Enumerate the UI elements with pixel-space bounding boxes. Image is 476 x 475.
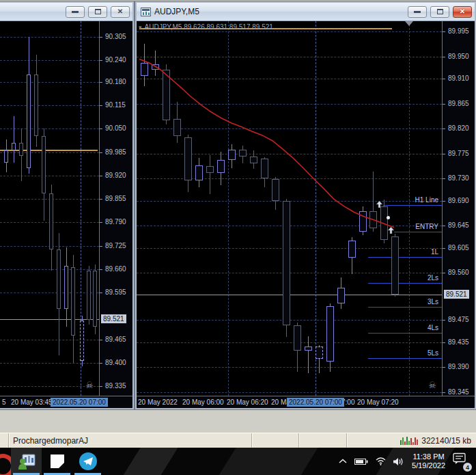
- price-axis-tick: [100, 176, 102, 176]
- account-name: ProchargedmoparAJ: [9, 433, 252, 448]
- price-axis-tick: [443, 31, 445, 32]
- candle-body: [294, 325, 301, 351]
- minimize-button[interactable]: [408, 6, 427, 18]
- candle-body: [12, 143, 16, 150]
- battery-icon[interactable]: [354, 458, 368, 465]
- price-axis-label: 90.240: [105, 56, 126, 64]
- price-axis-tick: [443, 128, 445, 129]
- candle-body: [261, 159, 268, 178]
- price-axis-label: 89.560: [448, 269, 469, 277]
- gridline-horizontal: [137, 128, 442, 129]
- candle-body: [305, 347, 312, 351]
- candle-wick: [155, 51, 156, 76]
- gridline-horizontal: [137, 104, 442, 105]
- price-axis-label: 89.730: [448, 174, 469, 182]
- price-axis-tick: [100, 60, 102, 61]
- left-candlestick-chart[interactable]: ☠: [0, 21, 99, 396]
- candle-body: [337, 288, 345, 303]
- candle-body: [272, 179, 279, 201]
- minimize-icon: [414, 11, 421, 13]
- minimize-button[interactable]: [66, 6, 85, 18]
- candle-body: [184, 137, 192, 180]
- main-candlestick-chart[interactable]: ▾ AUDJPY,M5 89.626 89.631 89.517 89.521 …: [137, 21, 442, 396]
- price-axis-label: 89.335: [105, 382, 126, 390]
- desktop-screen: ✕ ☠ 90.30590.24090.18090.11590.05089.985…: [0, 0, 476, 475]
- price-axis-label: 89.690: [448, 197, 469, 205]
- price-axis-label: 89.605: [448, 244, 469, 252]
- volume-icon[interactable]: [393, 457, 404, 466]
- taskbar-mt4-button[interactable]: [11, 448, 42, 475]
- price-axis-tick: [100, 222, 102, 223]
- trade-arrow-marker: [388, 224, 394, 236]
- action-center-button[interactable]: 4: [453, 452, 469, 470]
- gridline-horizontal: [0, 176, 99, 176]
- candle-wick: [14, 116, 14, 163]
- gridline-horizontal: [0, 363, 99, 364]
- main-time-axis[interactable]: 20 May 202220 May 06:0020 May 06:2020 Ma…: [137, 396, 475, 408]
- gridline-horizontal: [137, 178, 442, 179]
- price-axis-tick: [443, 154, 445, 154]
- candle-body: [250, 157, 257, 163]
- restore-button[interactable]: [430, 6, 449, 18]
- price-axis-label: 89.400: [105, 359, 126, 367]
- main-price-axis[interactable]: 89.99589.95089.91089.86589.82089.77589.7…: [442, 21, 475, 396]
- price-axis-label: 89.645: [448, 221, 469, 230]
- candle-body: [152, 64, 159, 70]
- trade-level-line: [368, 333, 442, 334]
- clock-date: 5/19/2022: [412, 461, 445, 470]
- gridline-horizontal: [137, 342, 442, 343]
- trade-level-line: [368, 307, 442, 308]
- restore-button[interactable]: [88, 6, 107, 18]
- trade-level-line: [368, 283, 442, 284]
- partial-app-icon[interactable]: [0, 448, 11, 475]
- candle-body: [348, 241, 356, 258]
- time-axis-label: 20 May 03:45: [11, 398, 53, 406]
- wifi-icon[interactable]: [376, 457, 386, 465]
- price-axis-label: 89.465: [105, 336, 126, 344]
- price-axis-tick: [443, 248, 445, 249]
- candle-body: [87, 271, 91, 320]
- trade-arrow-marker: [376, 198, 382, 211]
- status-cell-empty: [0, 433, 9, 448]
- tray-expand-icon[interactable]: [339, 459, 347, 464]
- close-button[interactable]: ✕: [453, 6, 472, 18]
- restore-icon: [437, 9, 443, 14]
- clock-time: 11:38 PM: [412, 452, 445, 461]
- candle-body: [93, 271, 97, 327]
- price-axis-label: 89.855: [105, 195, 126, 203]
- main-chart-window: AUDJPY,M5 ✕ ▾ AUDJPY,M5 89.626 89.631 89…: [135, 1, 476, 409]
- candle-body: [173, 119, 181, 136]
- price-axis-tick: [443, 367, 445, 368]
- one-click-trading-toggle[interactable]: ▾: [139, 24, 142, 31]
- price-axis-tick: [100, 105, 102, 106]
- left-chart-window: ✕ ☠ 90.30590.24090.18090.11590.05089.985…: [0, 1, 134, 409]
- gridline-horizontal: [0, 105, 99, 106]
- traffic-counter: 322140/15 kb: [421, 436, 471, 446]
- taskbar-clock[interactable]: 11:38 PM 5/19/2022: [412, 452, 445, 470]
- trade-level-line: [383, 205, 442, 206]
- price-axis-tick: [443, 178, 445, 179]
- left-price-axis[interactable]: 90.30590.24090.18090.11590.05089.98589.9…: [99, 21, 132, 396]
- taskbar-notepad-button[interactable]: [42, 448, 72, 475]
- price-axis-tick: [100, 199, 102, 200]
- price-axis-label: 89.390: [448, 363, 469, 371]
- telegram-icon: [79, 452, 97, 470]
- close-icon: ✕: [460, 8, 465, 15]
- taskbar: 11:38 PM 5/19/2022 4: [0, 448, 476, 475]
- current-price-tag: 89.521: [444, 290, 469, 299]
- candle-wick: [308, 336, 309, 373]
- candle-body: [42, 136, 46, 193]
- taskbar-telegram-button[interactable]: [72, 448, 103, 475]
- main-window-titlebar[interactable]: AUDJPY,M5 ✕: [137, 3, 475, 21]
- price-axis-tick: [443, 104, 445, 105]
- price-axis-tick: [100, 293, 102, 293]
- price-axis-label: 89.345: [448, 388, 469, 396]
- price-axis-label: 89.435: [448, 338, 469, 347]
- price-axis-label: 89.865: [448, 100, 469, 108]
- price-axis-tick: [100, 246, 102, 247]
- close-button[interactable]: ✕: [111, 6, 130, 18]
- candle-body: [4, 150, 8, 163]
- left-window-titlebar[interactable]: ✕: [0, 3, 132, 21]
- price-axis-tick: [443, 273, 445, 273]
- left-time-axis[interactable]: 520 May 03:452022.05.20 07:00: [0, 396, 132, 408]
